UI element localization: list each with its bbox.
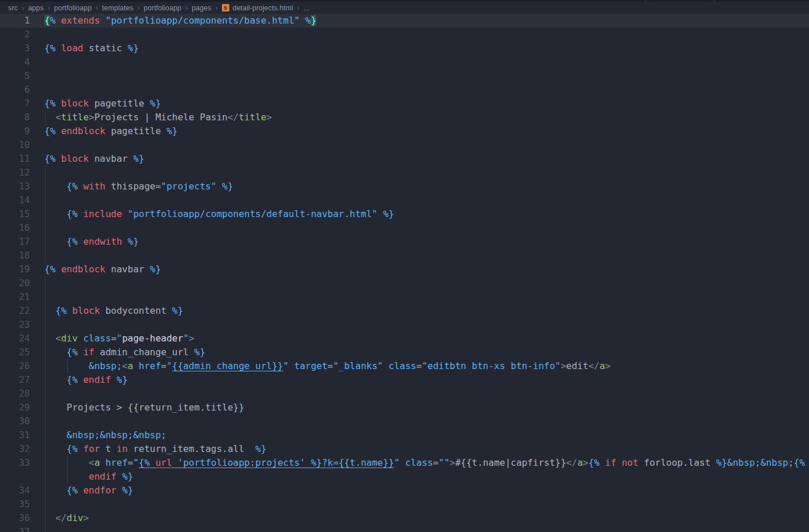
- code-line[interactable]: 23: [0, 318, 809, 332]
- code-line-content: [44, 221, 809, 235]
- code-line[interactable]: 7{% block pagetitle %}: [0, 97, 809, 111]
- code-token: ": [183, 333, 189, 344]
- code-token: {%: [44, 98, 55, 109]
- code-editor-window: src›apps›portfolioapp›templates›portfoli…: [0, 0, 809, 532]
- template-link-token[interactable]: %}: [305, 457, 322, 468]
- indent-guide: [45, 318, 46, 332]
- code-line[interactable]: 18: [0, 249, 809, 263]
- code-token: endblock: [61, 264, 105, 275]
- code-token: %}: [255, 443, 266, 454]
- code-line[interactable]: 37: [0, 525, 809, 532]
- breadcrumb-item[interactable]: templates: [102, 4, 133, 12]
- indent-guide: [45, 428, 46, 442]
- code-line[interactable]: 21: [0, 290, 809, 304]
- code-line[interactable]: 22 {% block bodycontent %}: [0, 304, 809, 318]
- code-line-content: [44, 83, 809, 97]
- code-line[interactable]: 27 {% endif %}: [0, 373, 809, 387]
- breadcrumb-item-more[interactable]: ...: [304, 4, 309, 12]
- code-token: [111, 374, 117, 385]
- code-line[interactable]: 24 <div class="page-header">: [0, 332, 809, 345]
- indent-guide: [45, 345, 46, 359]
- indent-guide: [45, 221, 46, 235]
- code-token: [55, 15, 61, 26]
- code-token: [133, 360, 139, 371]
- template-link-token[interactable]: {{t.name}}: [339, 457, 394, 468]
- template-link-token[interactable]: [172, 457, 178, 468]
- breadcrumb-item[interactable]: portfolioapp: [54, 4, 92, 12]
- code-line[interactable]: 14: [0, 193, 809, 207]
- template-link-token[interactable]: ?k=: [322, 457, 339, 468]
- code-line-current[interactable]: 1{% extends "portfolioapp/components/bas…: [0, 14, 809, 28]
- code-line[interactable]: 32 {% for t in return_item.tags.all %}: [0, 442, 809, 456]
- indent-guide: [45, 180, 46, 193]
- code-line-content: {% block navbar %}: [44, 152, 809, 166]
- template-link-token[interactable]: url: [156, 457, 172, 468]
- code-line[interactable]: 6: [0, 83, 809, 97]
- code-line[interactable]: 25 {% if admin_change_url %}: [0, 345, 809, 359]
- code-token: >: [89, 112, 94, 123]
- code-token: return_item.tags.all: [128, 443, 256, 454]
- code-line[interactable]: 31 &nbsp;&nbsp;&nbsp;: [0, 428, 809, 442]
- indent-guide: [67, 470, 68, 484]
- code-line-content: {% for t in return_item.tags.all %}: [44, 442, 809, 456]
- code-line[interactable]: 26 &nbsp;<a href="{{admin_change_url}}" …: [0, 359, 809, 373]
- code-line[interactable]: 11{% block navbar %}: [0, 152, 809, 166]
- code-line[interactable]: 13 {% with thispage="projects" %}: [0, 180, 809, 193]
- code-token: endif: [89, 471, 116, 482]
- code-line-content: {% endwith %}: [44, 235, 809, 249]
- code-line[interactable]: 8 <title>Projects | Michele Pasin</title…: [0, 111, 809, 124]
- code-line[interactable]: 36 </div>: [0, 511, 809, 525]
- code-line[interactable]: 12: [0, 166, 809, 180]
- code-token: [44, 443, 67, 454]
- code-token: for: [83, 443, 100, 454]
- code-token: <: [55, 112, 61, 123]
- code-line[interactable]: 16: [0, 221, 809, 235]
- line-number: 27: [0, 373, 30, 387]
- code-line[interactable]: 20: [0, 276, 809, 290]
- code-line[interactable]: 29 Projects > {{return_item.title}}: [0, 401, 809, 415]
- code-line[interactable]: 30: [0, 415, 809, 428]
- code-line[interactable]: 19{% endblock navbar %}: [0, 263, 809, 276]
- code-token: [67, 305, 73, 316]
- code-line[interactable]: 4: [0, 55, 809, 69]
- code-token: {%: [44, 153, 55, 164]
- code-line[interactable]: 15 {% include "portfolioapp/components/d…: [0, 207, 809, 221]
- code-token: target: [294, 360, 328, 371]
- breadcrumb-item[interactable]: portfolioapp: [143, 4, 181, 12]
- breadcrumb-item-filename[interactable]: detail-projects.html: [233, 4, 293, 12]
- code-line-content: [44, 318, 809, 332]
- code-line[interactable]: 28: [0, 387, 809, 401]
- breadcrumb-item[interactable]: src: [8, 4, 18, 12]
- code-line-content: {% endblock pagetitle %}: [44, 124, 809, 138]
- code-line[interactable]: 17 {% endwith %}: [0, 235, 809, 249]
- code-line[interactable]: 35: [0, 497, 809, 511]
- code-token: <: [122, 360, 128, 371]
- code-token: page-header: [122, 333, 183, 344]
- template-link-token[interactable]: {%: [139, 457, 156, 468]
- code-line[interactable]: endif %}: [0, 470, 809, 484]
- template-link-token[interactable]: {{admin_change_url}}: [172, 360, 283, 371]
- code-line[interactable]: 5: [0, 69, 809, 83]
- code-line[interactable]: 33 <a href="{% url 'portfolioapp:project…: [0, 456, 809, 470]
- code-token: not: [622, 457, 638, 468]
- line-number: 31: [0, 428, 30, 442]
- code-line[interactable]: 10: [0, 138, 809, 152]
- code-line[interactable]: 9{% endblock pagetitle %}: [0, 124, 809, 138]
- indent-guide: [45, 401, 46, 415]
- code-token: [78, 208, 84, 219]
- editor-code-area[interactable]: 1{% extends "portfolioapp/components/bas…: [0, 14, 809, 532]
- code-line[interactable]: 2: [0, 28, 809, 41]
- breadcrumb-item[interactable]: apps: [28, 4, 44, 12]
- template-link-token[interactable]: 'portfolioapp:projects': [177, 457, 305, 468]
- code-line[interactable]: 3{% load static %}: [0, 41, 809, 55]
- code-token: forloop.last: [638, 457, 716, 468]
- code-token: {%: [588, 457, 599, 468]
- line-number: 37: [0, 525, 30, 532]
- code-line[interactable]: 34 {% endfor %}: [0, 484, 809, 497]
- code-line-content: [44, 193, 809, 207]
- code-token: [78, 374, 84, 385]
- code-token: a: [577, 457, 583, 468]
- code-token: [78, 333, 84, 344]
- breadcrumb-item[interactable]: pages: [192, 4, 211, 12]
- breadcrumb-separator-icon: ›: [22, 4, 24, 12]
